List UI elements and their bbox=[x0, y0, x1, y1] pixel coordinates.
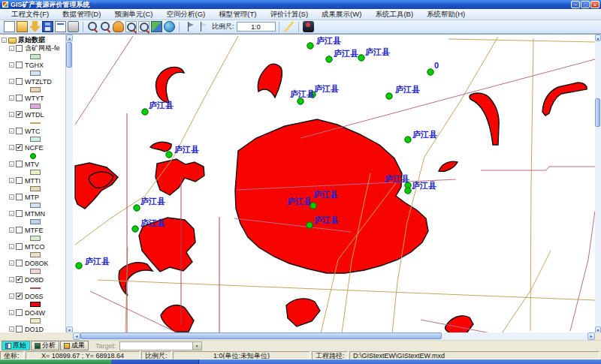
taskbar-segment[interactable] bbox=[199, 359, 601, 364]
target-combobox[interactable]: ▼ bbox=[119, 341, 202, 350]
map-point[interactable] bbox=[76, 263, 82, 269]
layer-checkbox[interactable] bbox=[16, 243, 23, 250]
collapse-icon[interactable]: - bbox=[9, 244, 14, 249]
scroll-up-icon[interactable]: ▲ bbox=[66, 35, 73, 41]
map-point[interactable] bbox=[386, 93, 392, 99]
minimize-icon[interactable]: − bbox=[571, 1, 580, 8]
map-point[interactable] bbox=[134, 205, 140, 211]
layer-checkbox[interactable]: ✔ bbox=[16, 111, 23, 118]
layer-item[interactable]: -TGHX bbox=[0, 61, 65, 69]
menu-item[interactable]: 成果展示(W) bbox=[315, 10, 368, 20]
menu-item[interactable]: 模型管理(T) bbox=[212, 10, 263, 20]
layer-item[interactable]: -WTYT bbox=[0, 94, 65, 102]
menu-item[interactable]: 系统工具(B) bbox=[368, 10, 420, 20]
collapse-icon[interactable]: - bbox=[9, 145, 14, 150]
layer-checkbox[interactable] bbox=[16, 161, 23, 167]
collapse-icon[interactable]: - bbox=[9, 46, 14, 51]
collapse-icon[interactable]: - bbox=[9, 128, 14, 134]
user-icon[interactable] bbox=[303, 21, 314, 32]
collapse-icon[interactable]: - bbox=[9, 161, 14, 167]
layer-item[interactable]: -MTMN bbox=[0, 209, 65, 218]
map-vscroll-thumb[interactable] bbox=[595, 98, 600, 127]
tree-scroll-thumb[interactable] bbox=[66, 42, 72, 68]
scale-input[interactable] bbox=[237, 22, 276, 32]
layer-item[interactable]: -✔DO8D bbox=[0, 275, 65, 284]
layer-checkbox[interactable]: ✔ bbox=[16, 293, 23, 299]
map-canvas[interactable]: 庐江县庐江县庐江县0庐江县庐江县庐江县庐江县庐江县庐江县庐江县庐江县庐江县庐江县… bbox=[73, 35, 595, 333]
layer-checkbox[interactable] bbox=[16, 78, 23, 85]
layer-checkbox[interactable] bbox=[16, 326, 23, 332]
layer-checkbox[interactable] bbox=[16, 227, 23, 233]
map-point[interactable] bbox=[405, 137, 411, 143]
open-icon[interactable] bbox=[17, 21, 28, 32]
layer-item[interactable]: -✔NCFE bbox=[0, 143, 65, 152]
map-point[interactable] bbox=[427, 69, 433, 75]
map-hscrollbar[interactable]: ◄ ► bbox=[73, 332, 595, 340]
os-taskbar[interactable] bbox=[0, 359, 601, 364]
collapse-icon[interactable]: - bbox=[9, 310, 14, 315]
globe-icon[interactable] bbox=[164, 21, 175, 32]
layer-item[interactable]: -MTCO bbox=[0, 242, 65, 251]
map-point[interactable] bbox=[405, 188, 411, 194]
flag2-icon[interactable] bbox=[196, 21, 207, 32]
collapse-icon[interactable]: - bbox=[9, 227, 14, 233]
layer-checkbox[interactable] bbox=[16, 62, 23, 68]
menu-item[interactable]: 空间分析(G) bbox=[160, 10, 213, 20]
taskbar-segment[interactable] bbox=[0, 359, 111, 364]
save-icon[interactable] bbox=[42, 21, 53, 32]
tree-scrollbar[interactable]: ▲ ▼ bbox=[66, 35, 73, 333]
map-point[interactable] bbox=[297, 98, 304, 104]
scroll-up-icon[interactable]: ▲ bbox=[595, 35, 601, 41]
flag1-icon[interactable] bbox=[183, 21, 195, 32]
layer-item[interactable]: -MTTI bbox=[0, 176, 65, 185]
zoom-extent-icon[interactable] bbox=[138, 21, 149, 32]
map-point[interactable] bbox=[132, 226, 138, 232]
title-bar[interactable]: GIS矿产资源评价管理系统 −□× bbox=[0, 0, 601, 9]
collapse-icon[interactable]: - bbox=[9, 62, 14, 68]
collapse-icon[interactable]: - bbox=[2, 38, 7, 43]
collapse-icon[interactable]: - bbox=[9, 194, 14, 200]
map-point[interactable] bbox=[307, 222, 313, 228]
menu-item[interactable]: 评价计算(S) bbox=[263, 10, 315, 20]
taskbar-segment[interactable] bbox=[111, 359, 199, 364]
layer-item[interactable]: -WTZLTD bbox=[0, 77, 65, 86]
edit-icon[interactable] bbox=[283, 21, 294, 32]
layer-item[interactable]: -MTP bbox=[0, 193, 65, 201]
close-icon[interactable]: × bbox=[590, 1, 599, 8]
layer-checkbox[interactable]: ✔ bbox=[16, 276, 23, 283]
menu-item[interactable]: 工程文件(F) bbox=[5, 10, 56, 20]
layer-item[interactable]: -✔DO6S bbox=[0, 292, 65, 300]
menu-item[interactable]: 数据管理(D) bbox=[56, 10, 107, 20]
layer-item[interactable]: -DO8OK bbox=[0, 259, 65, 267]
new-icon[interactable] bbox=[4, 21, 15, 32]
map-point[interactable] bbox=[358, 55, 364, 61]
map-point[interactable] bbox=[142, 109, 148, 115]
collapse-icon[interactable]: - bbox=[9, 211, 14, 216]
collapse-icon[interactable]: - bbox=[9, 178, 14, 183]
layer-checkbox[interactable] bbox=[16, 128, 23, 134]
zoom-out-icon[interactable] bbox=[100, 21, 111, 32]
pan-icon[interactable] bbox=[113, 21, 124, 32]
layer-item[interactable]: -含矿网格-fe bbox=[0, 44, 65, 53]
collapse-icon[interactable]: - bbox=[9, 326, 14, 332]
tab-analysis[interactable]: 分析 bbox=[31, 341, 59, 350]
layer-checkbox[interactable] bbox=[16, 194, 23, 200]
print-icon[interactable] bbox=[68, 21, 79, 32]
layer-checkbox[interactable] bbox=[16, 210, 23, 217]
layer-checkbox[interactable] bbox=[16, 95, 23, 101]
scroll-left-icon[interactable]: ◄ bbox=[73, 332, 80, 340]
menu-item[interactable]: 预测单元(C) bbox=[107, 10, 159, 20]
collapse-icon[interactable]: - bbox=[9, 293, 14, 299]
tab-raw[interactable]: 原始 bbox=[2, 341, 30, 350]
layer-checkbox[interactable] bbox=[16, 309, 23, 316]
scroll-right-icon[interactable]: ► bbox=[587, 332, 595, 340]
layer-item[interactable]: -MTFE bbox=[0, 226, 65, 234]
collapse-icon[interactable]: - bbox=[9, 260, 14, 266]
layer-item[interactable]: -✔WTDL bbox=[0, 110, 65, 119]
maximize-icon[interactable]: □ bbox=[581, 1, 590, 8]
layers-icon[interactable] bbox=[151, 21, 162, 32]
tab-result[interactable]: 成果 bbox=[60, 341, 89, 350]
layer-item[interactable]: -DO4W bbox=[0, 308, 65, 317]
layer-item[interactable]: -MTV bbox=[0, 160, 65, 168]
zoom-in-icon[interactable] bbox=[87, 21, 98, 32]
